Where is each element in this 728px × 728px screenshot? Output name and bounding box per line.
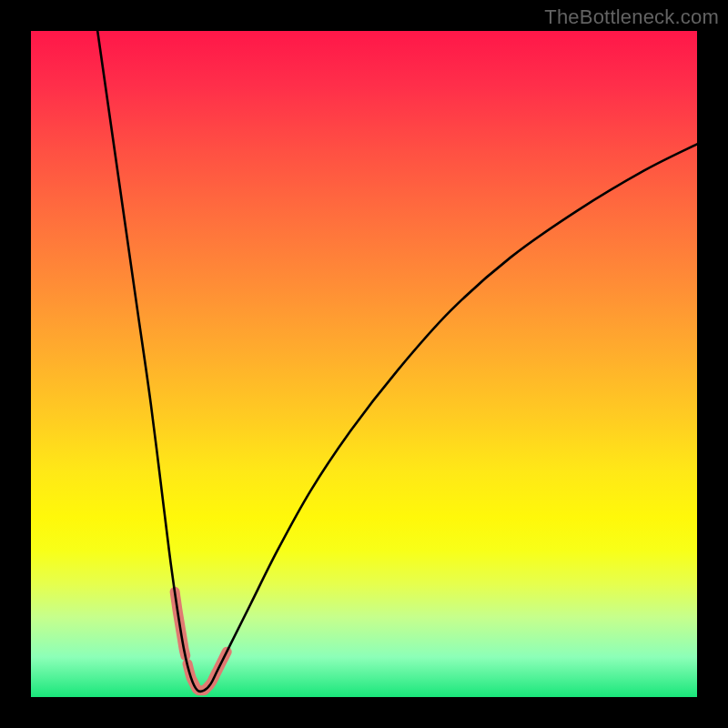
- bottleneck-curve: [97, 31, 697, 692]
- plot-area: [31, 31, 697, 697]
- chart-frame: TheBottleneck.com: [0, 0, 728, 728]
- chart-curve-layer: [31, 31, 697, 697]
- watermark-text: TheBottleneck.com: [544, 5, 719, 29]
